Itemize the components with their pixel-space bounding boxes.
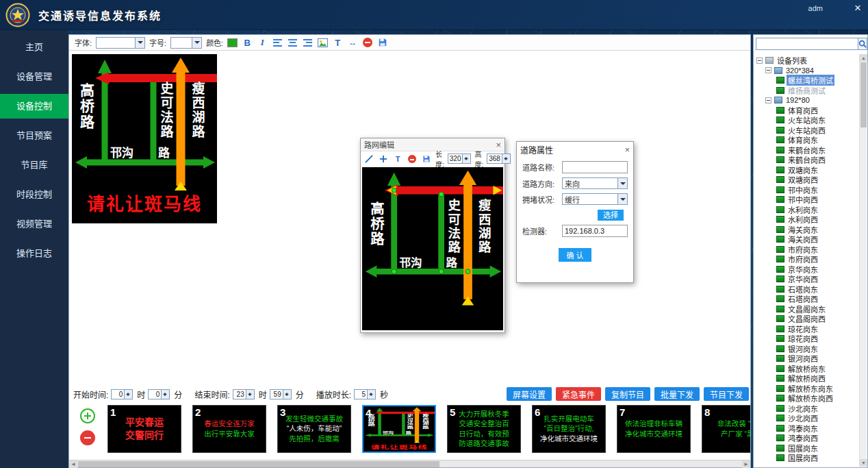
program-thumbnail[interactable]: 5 大力开展秋冬季 交通安全整治百 日行动，有效预 防道路交通事故 xyxy=(447,405,521,453)
duration-spinner[interactable]: 5 xyxy=(354,389,376,399)
tree-item[interactable]: 火车站岗西 xyxy=(755,125,858,136)
start-hour-spinner[interactable]: 0 xyxy=(111,389,133,399)
save-button[interactable] xyxy=(421,153,432,164)
delete-button[interactable] xyxy=(362,37,373,49)
text-tool-button[interactable]: T xyxy=(332,37,343,49)
tree-item[interactable]: 海关岗西 xyxy=(755,234,858,245)
fit-width-button[interactable]: ↔ xyxy=(347,37,358,49)
horizontal-scrollbar[interactable]: ◄ ► xyxy=(69,460,750,467)
color-swatch[interactable] xyxy=(227,38,238,47)
tree-item[interactable]: 来鹤台岗东 xyxy=(755,145,858,156)
tree-item[interactable]: 解放桥东岗西 xyxy=(755,393,858,404)
tree-item[interactable]: 京华岗东 xyxy=(755,264,858,275)
bold-button[interactable]: B xyxy=(242,37,253,49)
tree-item[interactable]: 国展岗西 xyxy=(755,453,858,463)
close-icon[interactable]: × xyxy=(624,145,630,155)
tree-item[interactable]: 文昌阁岗东 xyxy=(755,304,858,315)
tree-item[interactable]: 琼花岗东 xyxy=(755,324,858,334)
program-thumbnail[interactable]: 7 依法治理非标车辆 净化城市交通环境 xyxy=(617,405,691,453)
confirm-button[interactable]: 确 认 xyxy=(559,248,591,262)
scroll-left-icon[interactable]: ◄ xyxy=(69,460,77,468)
program-thumbnail[interactable]: 1 平安春运 交警同行 xyxy=(107,405,181,453)
align-center-button[interactable] xyxy=(287,37,298,49)
save-button[interactable] xyxy=(377,37,388,49)
action-button[interactable]: 屏幕设置 xyxy=(507,387,552,401)
size-select[interactable] xyxy=(170,37,202,49)
add-program-button[interactable] xyxy=(80,408,95,423)
tree-item[interactable]: 市府岗西 xyxy=(755,254,858,264)
search-input[interactable] xyxy=(756,38,858,50)
align-left-button[interactable] xyxy=(272,37,283,49)
end-hour-spinner[interactable]: 23 xyxy=(233,389,255,399)
scrollbar-thumb[interactable] xyxy=(78,461,439,467)
scrollbar-thumb[interactable] xyxy=(860,62,867,127)
search-button[interactable] xyxy=(858,38,867,50)
align-right-button[interactable] xyxy=(302,37,313,49)
tree-item[interactable]: 解放桥岗东 xyxy=(755,364,858,374)
vertical-scrollbar[interactable]: ▲ ▼ xyxy=(859,54,867,467)
tree-item[interactable]: 石塔岗西 xyxy=(755,294,858,304)
user-menu[interactable]: adm xyxy=(808,4,823,12)
sidebar-item[interactable]: 设备管理 xyxy=(0,64,68,89)
tree-item[interactable]: 来鹤台岗西 xyxy=(755,155,858,165)
tree-item[interactable]: 维扬商测试 xyxy=(755,86,858,96)
italic-button[interactable]: I xyxy=(257,37,268,49)
tree-item[interactable]: 192*80 xyxy=(755,95,858,106)
sidebar-item[interactable]: 时段控制 xyxy=(0,182,68,207)
tree-item[interactable]: 双塘岗西 xyxy=(755,175,858,185)
program-thumbnail[interactable]: 3 发生轻微交通事故 “人未伤，车能动” 先拍照，后撤离 xyxy=(277,405,351,453)
tree-item[interactable]: 水利岗西 xyxy=(755,214,858,225)
tree-item[interactable]: 市府岗东 xyxy=(755,245,858,255)
scroll-down-icon[interactable]: ▼ xyxy=(860,459,867,467)
close-icon[interactable]: × xyxy=(854,1,861,15)
action-button[interactable]: 批量下发 xyxy=(654,387,700,401)
scroll-up-icon[interactable]: ▲ xyxy=(860,54,867,62)
action-button[interactable]: 紧急事件 xyxy=(556,387,601,401)
text-tool-button[interactable]: T xyxy=(392,153,403,164)
roadnet-canvas[interactable]: 高桥路 史可法路 瘦西湖路 邗沟 路 xyxy=(362,167,503,330)
congestion-select[interactable]: 缓行 xyxy=(562,193,628,205)
tree-item[interactable]: 火车站岗东 xyxy=(755,115,858,125)
tree-expander-icon[interactable] xyxy=(765,67,771,73)
tree-item[interactable]: 解放桥东岗东 xyxy=(755,384,858,394)
spinner-arrows[interactable] xyxy=(502,154,510,163)
detector-input[interactable] xyxy=(562,225,628,237)
program-thumbnail[interactable]: 2 春运安全连万家 出行平安靠大家 xyxy=(192,405,266,453)
tree-item[interactable]: 银河岗西 xyxy=(755,354,858,364)
tree-item[interactable]: 文昌阁岗西 xyxy=(755,314,858,324)
insert-image-button[interactable] xyxy=(317,37,328,49)
tree-item[interactable]: 320*384 xyxy=(755,66,858,76)
tree-expander-icon[interactable] xyxy=(765,97,771,103)
spinner-arrows[interactable] xyxy=(367,390,375,399)
tree-expander-icon[interactable] xyxy=(756,58,763,64)
tree-item[interactable]: 沙北岗西 xyxy=(755,413,858,423)
delete-button[interactable] xyxy=(407,153,418,164)
line-tool-button[interactable] xyxy=(363,153,374,164)
font-select[interactable] xyxy=(96,37,145,49)
tree-item[interactable]: 京华岗西 xyxy=(755,274,858,284)
sidebar-item[interactable]: 操作日志 xyxy=(0,241,68,266)
tree-item[interactable]: 银河岗东 xyxy=(755,344,858,354)
tree-item[interactable]: 邗中岗东 xyxy=(755,185,858,195)
tree-item[interactable]: 体育岗西 xyxy=(755,106,858,116)
sign-preview-canvas[interactable]: 高桥路 史可法路 瘦西湖路 邗沟 路 请礼让斑马线 xyxy=(72,54,217,223)
scroll-right-icon[interactable]: ► xyxy=(742,460,750,468)
tree-item[interactable]: 国展岗东 xyxy=(755,443,858,454)
spinner-arrows[interactable] xyxy=(161,390,169,399)
tree-item[interactable]: 石塔岗东 xyxy=(755,284,858,295)
tree-item[interactable]: 水利岗东 xyxy=(755,205,858,215)
tree-item[interactable]: 体育岗东 xyxy=(755,135,858,145)
spinner-arrows[interactable] xyxy=(462,154,470,163)
tree-item[interactable]: 海关岗东 xyxy=(755,225,858,235)
sidebar-item[interactable]: 节目库 xyxy=(0,153,68,177)
tree-item[interactable]: 解放桥岗西 xyxy=(755,373,858,384)
close-icon[interactable]: × xyxy=(496,140,501,150)
road-direction-select[interactable]: 来向 xyxy=(562,177,628,189)
tree-item[interactable]: 沙北岗东 xyxy=(755,404,858,414)
tree-item[interactable]: 设备列表 xyxy=(755,56,858,66)
action-button[interactable]: 节目下发 xyxy=(704,387,749,401)
sidebar-item[interactable]: 节目预案 xyxy=(0,123,68,148)
start-minute-spinner[interactable]: 0 xyxy=(148,389,170,399)
tree-item[interactable]: 双塘岗东 xyxy=(755,165,858,175)
tree-item[interactable]: 邗中岗西 xyxy=(755,195,858,205)
